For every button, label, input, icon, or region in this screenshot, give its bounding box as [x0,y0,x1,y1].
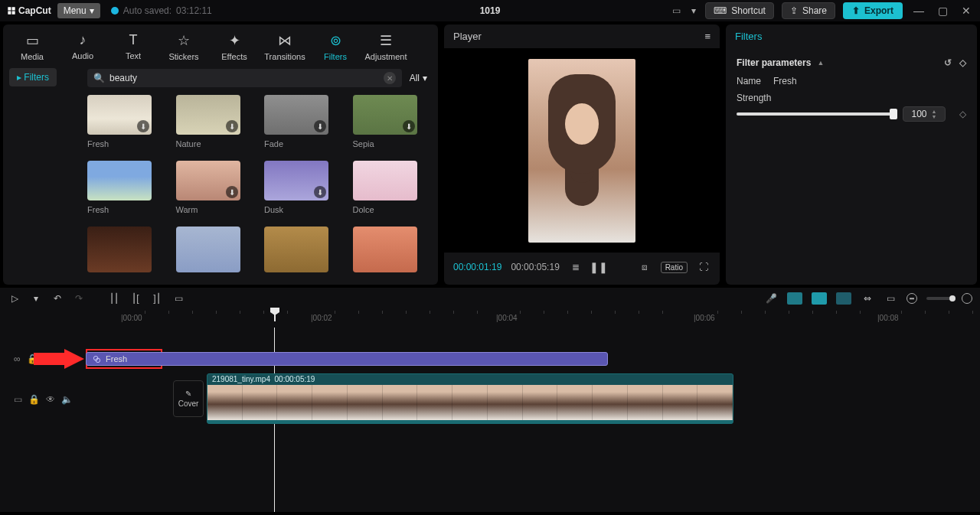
filter-thumb-fresh[interactable]: ⬇Fresh [87,95,152,148]
chevron-down-icon[interactable]: ▾ [29,293,43,304]
link-icon[interactable]: ∞ [14,354,21,364]
filter-thumb-item10[interactable] [264,227,328,272]
current-time: 00:00:01:19 [453,262,501,272]
columns-icon[interactable]: ≣ [569,260,583,274]
keyframe-diamond-icon[interactable]: ◇ [959,57,966,68]
filter-thumb-item9[interactable] [176,227,240,272]
segment-a-icon[interactable] [787,292,802,305]
redo-icon[interactable]: ↷ [72,293,86,304]
zoom-out-icon[interactable] [906,293,917,304]
adjustment-icon: ☰ [380,32,392,49]
window-minimize-icon[interactable]: — [910,5,927,17]
undo-icon[interactable]: ↶ [51,293,64,304]
nav-media[interactable]: ▭Media [9,29,55,64]
share-button[interactable]: ⇪ Share [782,2,835,19]
layout-icon[interactable]: ▭ [671,5,682,16]
menu-button[interactable]: Menu ▾ [57,3,100,18]
scan-icon[interactable]: ⧇ [638,260,652,274]
crop-icon[interactable]: ▭ [172,293,185,304]
clear-search-icon[interactable]: ✕ [384,72,396,84]
video-clip[interactable]: 219081_tiny.mp4 00:00:05:19 [207,373,733,424]
playhead-handle[interactable] [274,309,276,321]
download-icon[interactable]: ⬇ [226,120,238,132]
label-strength: Strength [737,93,771,103]
lock-icon[interactable]: 🔒 [27,354,38,364]
nav-effects[interactable]: ✦Effects [211,29,257,64]
thumbnail-frame [488,385,523,420]
thumb-label: Fresh [87,205,152,214]
download-icon[interactable]: ⬇ [226,186,238,198]
download-icon[interactable]: ⬇ [403,120,415,132]
split-icon[interactable]: ⎮⎮ [107,293,121,304]
align-icon[interactable]: ⇔ [861,293,874,304]
download-icon[interactable]: ⬇ [314,120,326,132]
reset-icon[interactable]: ↺ [944,57,952,68]
thumb-label: Warm [176,205,240,214]
nav-label: Filters [324,52,347,61]
thumbnail-frame [312,385,348,420]
segment-c-icon[interactable] [836,292,851,305]
step-up-icon[interactable]: ▲ [932,109,937,114]
filter-thumb-dusk[interactable]: ⬇Dusk [264,161,328,214]
app-brand: CapCut [6,5,51,16]
nav-filters[interactable]: ⊚Filters [312,29,358,64]
transitions-icon: ⋈ [278,32,292,49]
filter-thumb-warm[interactable]: ⬇Warm [176,161,240,214]
pause-button[interactable]: ❚❚ [592,260,606,274]
filter-thumb-dolce[interactable]: Dolce [353,161,417,214]
filter-thumb-item8[interactable] [87,227,152,272]
logo-icon [6,5,17,16]
split-right-icon[interactable]: ]⎮ [150,293,164,304]
video-preview[interactable] [528,59,635,243]
cursor-tool-icon[interactable]: ▷ [8,293,21,304]
strength-slider[interactable] [737,112,893,116]
thumbnail-frame [628,385,663,420]
fullscreen-icon[interactable]: ⛶ [697,260,710,274]
thumbnail-frame [348,385,383,420]
cover-button[interactable]: ✎ Cover [173,380,204,417]
filter-thumb-sepia[interactable]: ⬇Sepia [353,95,417,148]
eye-icon[interactable]: 👁 [44,354,54,364]
chevron-down-icon[interactable]: ▾ [690,5,697,16]
mic-icon[interactable]: 🎤 [764,293,778,304]
nav-label: Audio [72,51,93,60]
search-input[interactable] [109,73,379,83]
nav-text[interactable]: TText [110,29,156,64]
export-button[interactable]: ⬆ Export [843,2,903,19]
nav-label: Transitions [264,52,305,61]
shortcut-button[interactable]: ⌨ Shortcut [705,2,774,19]
zoom-fit-icon[interactable] [962,293,972,304]
nav-stickers[interactable]: ☆Stickers [161,29,207,64]
filter-thumb-item11[interactable] [353,227,417,272]
panel-title-player: Player [453,31,482,42]
nav-adjustment[interactable]: ☰Adjustment [363,29,409,64]
filter-thumb-nature[interactable]: ⬇Nature [176,95,240,148]
window-maximize-icon[interactable]: ▢ [935,5,951,17]
filter-all-button[interactable]: All ▾ [410,73,427,83]
split-left-icon[interactable]: ⎮[ [129,293,142,304]
strength-value-input[interactable]: 100 ▲▼ [903,106,946,122]
filter-thumb-fade[interactable]: ⬇Fade [264,95,328,148]
filter-clip[interactable]: Fresh [86,352,608,366]
ratio-button[interactable]: Ratio [661,262,688,273]
keyframe-diamond-icon[interactable]: ◇ [959,109,966,119]
segment-b-icon[interactable] [812,292,827,305]
nav-transitions[interactable]: ⋈Transitions [262,29,308,64]
window-close-icon[interactable]: ✕ [959,5,974,17]
filter-thumb-fresh[interactable]: Fresh [87,161,152,214]
step-down-icon[interactable]: ▼ [932,114,937,119]
download-icon[interactable]: ⬇ [137,120,149,132]
mute-icon[interactable]: 🔈 [61,394,73,405]
search-input-wrapper[interactable]: 🔍 ✕ [87,69,402,87]
nav-audio[interactable]: ♪Audio [60,29,106,64]
panel-title-filters: Filters [726,24,977,48]
clip-icon[interactable]: ▭ [14,394,22,405]
player-menu-icon[interactable]: ≡ [704,31,710,42]
monitor-icon[interactable]: ▭ [884,293,897,304]
eye-icon[interactable]: 👁 [46,394,55,405]
zoom-slider[interactable] [926,297,952,300]
lock-icon[interactable]: 🔒 [28,394,40,405]
thumbnail-frame [452,385,488,420]
sidebar-item-filters[interactable]: ▸ Filters [9,68,57,86]
download-icon[interactable]: ⬇ [314,186,326,198]
